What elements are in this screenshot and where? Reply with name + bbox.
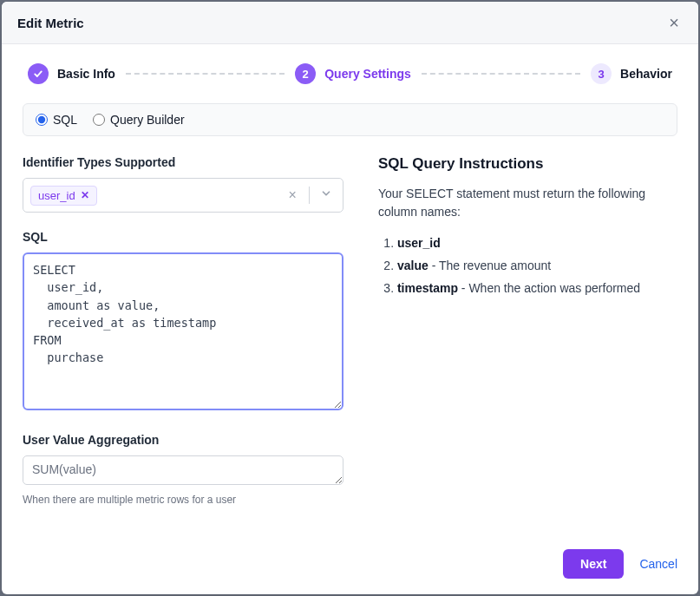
identifier-types-input[interactable]: user_id ✕ × (23, 178, 343, 213)
step-behavior[interactable]: 3 Behavior (591, 63, 672, 84)
stepper: Basic Info 2 Query Settings 3 Behavior (2, 44, 698, 103)
instructions-title: SQL Query Instructions (378, 155, 677, 173)
clear-all-icon[interactable]: × (284, 187, 302, 203)
modal-title: Edit Metric (17, 16, 84, 30)
query-mode-selector: SQL Query Builder (23, 103, 677, 136)
radio-sql-label: SQL (53, 113, 77, 127)
instructions-list: user_id value - The revenue amount times… (378, 233, 677, 298)
edit-metric-modal: Edit Metric × Basic Info 2 Query Setting… (2, 2, 698, 594)
col-name: user_id (397, 236, 441, 250)
aggregation-help: When there are multiple metric rows for … (23, 494, 343, 506)
radio-sql-input[interactable] (36, 114, 48, 126)
step-divider (126, 73, 285, 75)
list-item: timestamp - When the action was performe… (397, 278, 677, 299)
step-circle-done (28, 63, 49, 84)
tag-divider (309, 187, 310, 204)
close-button[interactable]: × (665, 14, 683, 31)
radio-sql[interactable]: SQL (36, 113, 77, 127)
step-circle-active: 2 (295, 63, 316, 84)
step-label: Basic Info (57, 67, 115, 81)
right-column: SQL Query Instructions Your SELECT state… (378, 155, 677, 506)
check-icon (33, 69, 43, 79)
instructions-intro: Your SELECT statement must return the fo… (378, 185, 677, 221)
tag-user-id: user_id ✕ (30, 186, 97, 206)
step-label: Behavior (620, 67, 672, 81)
next-button[interactable]: Next (563, 549, 624, 579)
identifier-label: Identifier Types Supported (23, 155, 343, 169)
modal-body: SQL Query Builder Identifier Types Suppo… (2, 103, 698, 534)
step-divider (422, 73, 580, 75)
radio-query-builder[interactable]: Query Builder (93, 113, 185, 127)
radio-builder-input[interactable] (93, 114, 105, 126)
chevron-down-icon[interactable] (317, 187, 336, 203)
sql-textarea[interactable] (23, 252, 343, 410)
aggregation-label: User Value Aggregation (23, 433, 343, 447)
col-name: timestamp (397, 281, 458, 295)
modal-footer: Next Cancel (2, 534, 698, 594)
step-basic-info[interactable]: Basic Info (28, 63, 115, 84)
cancel-button[interactable]: Cancel (639, 557, 677, 571)
left-column: Identifier Types Supported user_id ✕ × S… (23, 155, 343, 506)
col-desc: - The revenue amount (429, 259, 551, 272)
step-query-settings[interactable]: 2 Query Settings (295, 63, 411, 84)
sql-label: SQL (23, 230, 343, 244)
two-column-layout: Identifier Types Supported user_id ✕ × S… (23, 155, 677, 506)
step-label: Query Settings (324, 67, 411, 81)
list-item: value - The revenue amount (397, 256, 677, 277)
col-desc: - When the action was performed (458, 281, 640, 295)
radio-builder-label: Query Builder (110, 113, 185, 127)
col-name: value (397, 259, 429, 272)
aggregation-textarea[interactable] (23, 455, 343, 485)
tag-remove-icon[interactable]: ✕ (81, 189, 89, 201)
list-item: user_id (397, 233, 677, 254)
close-icon: × (669, 13, 679, 32)
step-circle-pending: 3 (591, 63, 612, 84)
tag-text: user_id (38, 189, 75, 202)
modal-header: Edit Metric × (2, 2, 698, 44)
